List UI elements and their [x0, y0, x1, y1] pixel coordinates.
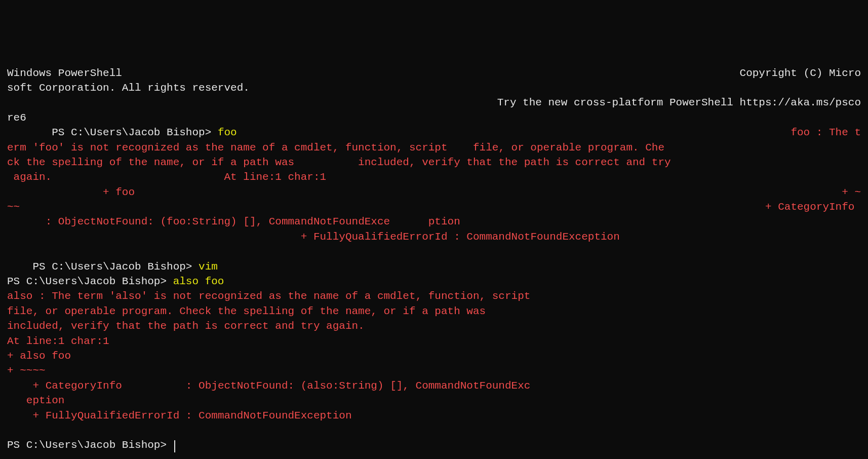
- terminal-output[interactable]: Windows PowerShellCopyright (C) Micro so…: [7, 66, 861, 453]
- error-1-line5b: + CategoryInfo: [765, 200, 861, 214]
- prompt-1: PS C:\Users\Jacob Bishop>: [52, 127, 218, 138]
- error-2-line9: + FullyQualifiedErrorId : CommandNotFoun…: [7, 410, 352, 422]
- prompt-2-indent: [7, 261, 32, 273]
- error-1-line1: erm 'foo' is not recognized as the name …: [7, 142, 664, 154]
- pscore-hint-wrap: re6: [7, 112, 26, 124]
- error-1-line7: + FullyQualifiedErrorId : CommandNotFoun…: [7, 231, 620, 243]
- error-2-line4: At line:1 char:1: [7, 335, 109, 347]
- prompt-3: PS C:\Users\Jacob Bishop>: [7, 276, 173, 287]
- error-2-line1: also : The term 'also' is not recognized…: [7, 290, 530, 302]
- error-1-line3b: At line:1 char:1: [224, 171, 327, 183]
- header-title: Windows PowerShell: [7, 67, 122, 79]
- cursor-icon[interactable]: [174, 440, 175, 452]
- command-3: also foo: [173, 276, 224, 287]
- error-2-line7: + CategoryInfo : ObjectNotFound: (also:S…: [7, 380, 530, 392]
- error-1-line4a: + foo: [7, 186, 135, 198]
- pscore-hint-right: Try the new cross-platform PowerShell ht…: [497, 95, 861, 110]
- prompt-4: PS C:\Users\Jacob Bishop>: [7, 439, 173, 451]
- prompt-2: PS C:\Users\Jacob Bishop>: [32, 261, 199, 273]
- error-2-line3: included, verify that the path is correc…: [7, 320, 365, 332]
- error-2-line8: eption: [7, 395, 64, 406]
- error-1-tail: foo : The t: [791, 125, 861, 140]
- command-1: foo: [218, 127, 237, 138]
- error-2-line2: file, or operable program. Check the spe…: [7, 305, 486, 317]
- command-2: vim: [199, 261, 218, 273]
- copyright-line2: soft Corporation. All rights reserved.: [7, 82, 250, 94]
- error-1-line4b: + ~: [842, 185, 861, 200]
- prompt-1-indent: [7, 127, 52, 138]
- error-2-line6: + ~~~~: [7, 365, 46, 376]
- copyright-right: Copyright (C) Micro: [740, 66, 861, 81]
- error-1-line2: ck the spelling of the name, or if a pat…: [7, 157, 671, 168]
- error-1-line3a: again.: [7, 171, 52, 183]
- error-2-line5: + also foo: [7, 350, 71, 362]
- error-1-line5a: ~~: [7, 201, 20, 213]
- error-1-line6: : ObjectNotFound: (foo:String) [], Comma…: [7, 216, 460, 227]
